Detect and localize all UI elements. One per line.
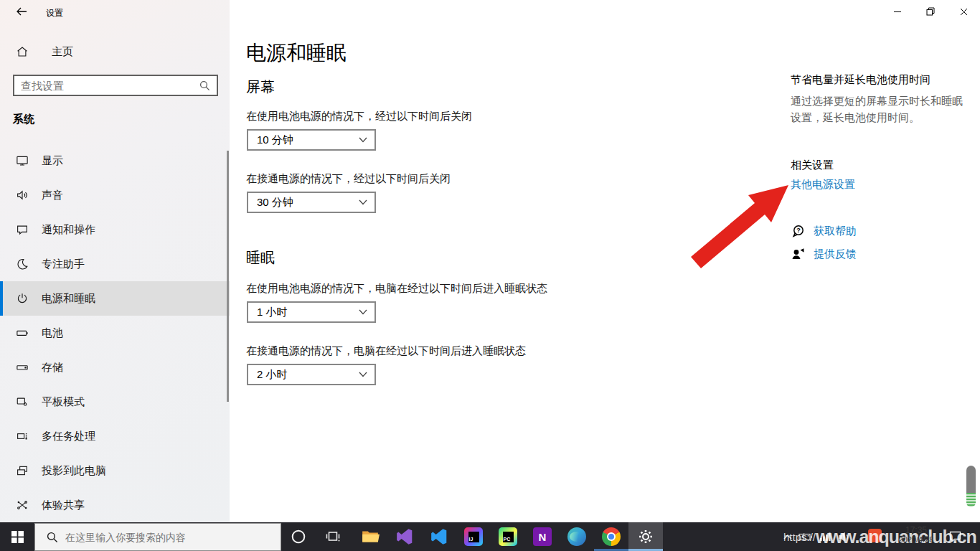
minimize-button[interactable] [881,0,914,23]
share-icon [16,499,29,512]
feedback-link-row[interactable]: 提供反馈 [791,247,857,261]
window-title: 设置 [46,7,63,19]
sleep-battery-dropdown[interactable]: 1 小时 [247,301,376,323]
tip-title: 节省电量并延长电池使用时间 [791,73,971,87]
restore-button[interactable] [914,0,947,23]
taskbar-app-chrome[interactable] [594,522,628,551]
task-view-button[interactable] [316,522,350,551]
notification-icon [16,223,29,236]
sidebar-section-system: 系统 [13,113,34,126]
taskbar-app-intellij[interactable]: IJ [456,522,491,551]
screen-plugged-dropdown[interactable]: 30 分钟 [247,192,376,213]
sidebar-item-projecting[interactable]: 投影到此电脑 [0,453,230,488]
taskbar-app-vscode[interactable] [422,522,456,551]
other-power-settings-link[interactable]: 其他电源设置 [791,178,971,192]
multitask-icon [16,430,29,443]
sidebar-item-notifications[interactable]: 通知和操作 [0,212,230,247]
taskbar-app-settings[interactable] [628,522,663,551]
sidebar-item-display[interactable]: 显示 [0,143,230,178]
get-help-label[interactable]: 获取帮助 [814,225,857,238]
storage-icon [16,361,29,374]
selected-accent-bar [0,281,3,316]
search-icon [47,532,58,543]
start-button[interactable] [0,522,34,551]
close-icon [960,8,968,16]
tray-expand-button[interactable] [779,522,796,551]
svg-text:?: ? [796,227,801,234]
feedback-label[interactable]: 提供反馈 [814,248,857,261]
clock-time: 17:35 [890,525,943,535]
page-title: 电源和睡眠 [246,39,347,67]
sidebar-item-battery[interactable]: 电池 [0,316,230,350]
capture-scroll-indicator [966,466,976,507]
tray-network-icon[interactable] [816,522,834,551]
gear-icon [637,528,654,545]
tray-battery-icon[interactable] [796,522,815,551]
sidebar-item-home[interactable]: 主页 [0,42,230,62]
sidebar-item-focus-assist[interactable]: 专注助手 [0,247,230,281]
scroll-indicator-progress [966,493,976,507]
taskbar-clock[interactable]: 17:35 2020/4/28 [890,525,943,545]
taskbar-app-edge[interactable] [560,522,594,551]
taskbar-app-visual-studio[interactable] [387,522,422,551]
sleep-plugged-label: 在接通电源的情况下，电脑在经过以下时间后进入睡眠状态 [246,344,526,358]
screen-plugged-label: 在接通电源的情况下，经过以下时间后关闭 [246,172,451,186]
display-icon [16,154,29,167]
chevron-down-icon [359,137,367,143]
sidebar-item-multitasking[interactable]: 多任务处理 [0,419,230,453]
clock-date: 2020/4/28 [890,535,943,545]
screen-section-heading: 屏幕 [246,77,275,97]
sidebar-item-tablet-mode[interactable]: 平板模式 [0,385,230,419]
file-explorer-icon [361,527,380,546]
minimize-icon [894,8,902,16]
sleep-plugged-dropdown[interactable]: 2 小时 [247,364,376,385]
chrome-icon [602,527,621,546]
screen-battery-dropdown[interactable]: 10 分钟 [247,129,376,151]
chevron-down-icon [359,372,367,377]
settings-search-box[interactable] [13,75,218,96]
chevron-down-icon [359,309,367,315]
onenote-icon: N [533,527,552,546]
close-button[interactable] [947,0,980,23]
taskbar-search-input[interactable] [65,532,281,543]
taskbar-app-pycharm[interactable]: PC [491,522,525,551]
settings-search-input[interactable] [14,80,199,92]
sleep-section-heading: 睡眠 [246,248,275,268]
cortana-button[interactable] [281,522,316,551]
sidebar-item-power-sleep[interactable]: 电源和睡眠 [0,281,230,316]
tip-body: 通过选择更短的屏幕显示时长和睡眠设置，延长电池使用时间。 [791,93,969,126]
speaker-icon [16,189,29,202]
sidebar-item-storage[interactable]: 存储 [0,350,230,385]
restore-icon [926,7,935,16]
edge-icon [567,527,586,546]
red-annotation-arrow [682,176,796,273]
get-help-link-row[interactable]: ? 获取帮助 [791,224,857,238]
project-icon [16,464,29,477]
task-view-icon [324,528,341,545]
tray-volume-icon[interactable] [835,522,852,551]
arrow-left-icon [16,7,27,16]
help-bubble-icon: ? [791,224,806,238]
search-icon[interactable] [199,80,210,91]
taskbar: IJ PC N [0,522,980,551]
intellij-idea-icon: IJ [464,527,483,546]
action-center-button[interactable] [944,522,966,551]
pycharm-icon: PC [499,527,517,546]
sidebar-scrollbar[interactable] [227,151,229,402]
taskbar-app-file-explorer[interactable] [353,522,387,551]
chevron-up-icon [783,534,792,540]
battery-icon [16,326,29,339]
taskbar-app-onenote[interactable]: N [525,522,560,551]
chevron-down-icon [359,199,367,205]
scroll-indicator-thumb [966,466,976,493]
settings-window: 设置 主页 [0,0,980,522]
sidebar-item-sound[interactable]: 声音 [0,178,230,212]
visual-studio-icon [395,527,414,546]
sidebar-item-shared-experiences[interactable]: 体验共享 [0,488,230,522]
sleep-battery-label: 在使用电池电源的情况下，电脑在经过以下时间后进入睡眠状态 [246,282,547,296]
back-button[interactable] [10,4,33,19]
taskbar-search-box[interactable] [34,523,281,551]
moon-icon [16,258,29,270]
tablet-icon [16,395,29,408]
power-icon [16,292,29,305]
